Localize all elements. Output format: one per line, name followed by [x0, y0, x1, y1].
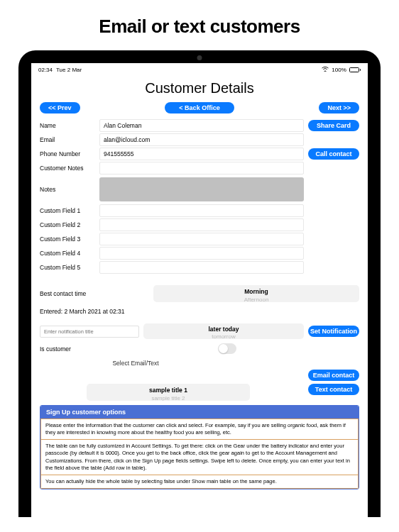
screen: 02:34 Tue 2 Mar 100% Customer Details <<…	[31, 63, 368, 517]
customer-notes-field[interactable]	[99, 162, 304, 174]
name-label: Name	[40, 122, 95, 129]
tablet-frame: 02:34 Tue 2 Mar 100% Customer Details <<…	[18, 50, 381, 517]
toggle-knob	[219, 344, 228, 353]
battery-icon	[349, 67, 361, 72]
options-paragraph: Please enter the information that the cu…	[40, 419, 359, 440]
share-card-button[interactable]: Share Card	[308, 120, 359, 131]
options-paragraph: The table can be fully customized in Acc…	[40, 440, 359, 475]
picker-next: Afternoon	[153, 297, 359, 302]
set-notification-button[interactable]: Set Notification	[308, 326, 359, 337]
notification-time-picker[interactable]: later today tomorrow	[143, 323, 304, 339]
marketing-headline: Email or text customers	[0, 0, 399, 50]
page-title: Customer Details	[31, 76, 368, 102]
picker-selected: Morning	[153, 288, 359, 295]
custom4-field[interactable]	[99, 247, 304, 260]
picker-selected: sample title 1	[87, 387, 250, 394]
camera-icon	[197, 55, 202, 60]
signup-options-box: Sign Up customer options Please enter th…	[40, 405, 359, 489]
picker-selected: later today	[143, 326, 304, 333]
custom2-field[interactable]	[99, 218, 304, 231]
custom4-label: Custom Field 4	[40, 250, 95, 257]
wifi-icon	[322, 66, 329, 73]
custom3-field[interactable]	[99, 233, 304, 245]
entered-timestamp: Entered: 2 March 2021 at 02:31	[40, 308, 359, 315]
status-time: 02:34	[38, 67, 53, 73]
prev-button[interactable]: << Prev	[40, 102, 80, 113]
status-bar: 02:34 Tue 2 Mar 100%	[31, 63, 368, 76]
back-office-button[interactable]: < Back Office	[165, 102, 234, 113]
is-customer-label: Is customer	[40, 345, 146, 353]
custom3-label: Custom Field 3	[40, 235, 95, 243]
picker-next: tomorrow	[143, 333, 304, 339]
email-field[interactable]	[99, 133, 304, 146]
best-contact-time-label: Best contact time	[40, 290, 146, 297]
signup-options-header: Sign Up customer options	[40, 406, 359, 419]
name-field[interactable]	[99, 119, 304, 132]
notification-title-input[interactable]	[40, 326, 139, 338]
battery-percent: 100%	[332, 67, 346, 73]
email-contact-button[interactable]: Email contact	[308, 370, 359, 381]
custom2-label: Custom Field 2	[40, 221, 95, 228]
custom5-label: Custom Field 5	[40, 264, 95, 271]
phone-label: Phone Number	[40, 150, 95, 157]
customer-notes-label: Customer Notes	[40, 165, 95, 172]
nav-row: << Prev < Back Office Next >>	[31, 102, 368, 119]
custom1-label: Custom Field 1	[40, 207, 95, 214]
status-date: Tue 2 Mar	[56, 67, 82, 73]
notes-area[interactable]	[99, 177, 304, 201]
call-contact-button[interactable]: Call contact	[308, 148, 359, 160]
custom5-field[interactable]	[99, 261, 304, 274]
contact-time-picker[interactable]: Morning Afternoon	[153, 285, 359, 302]
custom1-field[interactable]	[99, 204, 304, 217]
email-label: Email	[40, 136, 95, 143]
phone-field[interactable]	[99, 148, 304, 160]
notes-label: Notes	[40, 186, 95, 193]
sample-title-picker[interactable]: sample title 1 sample title 2	[87, 384, 250, 401]
text-contact-button[interactable]: Text contact	[308, 384, 359, 395]
is-customer-toggle[interactable]	[218, 343, 236, 354]
next-button[interactable]: Next >>	[319, 102, 359, 113]
picker-next: sample title 2	[87, 395, 250, 401]
select-email-text-label: Select Email/Text	[40, 360, 231, 367]
options-paragraph: You can actually hide the whole table by…	[40, 475, 359, 489]
